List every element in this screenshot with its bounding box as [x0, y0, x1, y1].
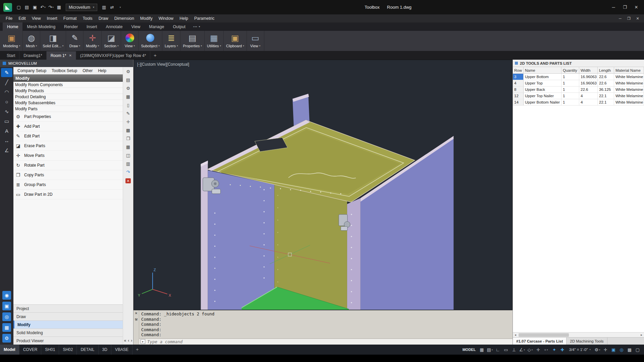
- annotation-autoscale-icon[interactable]: ✚: [558, 346, 566, 353]
- column-header-name[interactable]: Name: [524, 67, 561, 73]
- grid-icon[interactable]: ▦: [478, 346, 485, 353]
- isometric-drafting-icon[interactable]: ◇▾: [526, 346, 534, 353]
- hatch-icon[interactable]: ▩: [126, 128, 130, 133]
- accordion-draw[interactable]: Draw: [13, 312, 123, 320]
- layout-tab-sh01[interactable]: SH01: [41, 345, 59, 355]
- settings-icon[interactable]: ⚙: [126, 86, 130, 92]
- sidebar-item-draw-part-in-2d[interactable]: ▭ Draw Part in 2D: [13, 190, 123, 199]
- ribbon-tab-render[interactable]: Render: [60, 22, 82, 31]
- toolbar-more-icon[interactable]: ▾: [116, 3, 124, 11]
- sidebar-item-modify-parts[interactable]: Modify Parts: [13, 106, 123, 112]
- space-label[interactable]: MODEL: [463, 348, 476, 352]
- menu-draw[interactable]: Draw: [96, 14, 111, 22]
- scrollbar-track[interactable]: [518, 333, 639, 337]
- sidebar-item-erase-parts[interactable]: ◪ Erase Parts: [13, 141, 123, 151]
- sidebar-menu-other[interactable]: Other: [80, 68, 95, 73]
- ribbon-group-view-styles[interactable]: View▾: [121, 31, 139, 51]
- scroll-right-icon[interactable]: ▸: [639, 333, 644, 337]
- sidebar-item-part-properties[interactable]: ⚙ Part Properties: [13, 112, 123, 122]
- ribbon-group-properties[interactable]: Properties▾: [180, 31, 205, 51]
- quick-properties-icon[interactable]: ▣: [610, 346, 617, 353]
- command-history[interactable]: Command: _hideobjects 2 found Command: C…: [139, 310, 513, 339]
- ribbon-tab-annotate[interactable]: Annotate: [101, 22, 127, 31]
- sidebar-menu-company-setup[interactable]: Company Setup: [15, 68, 49, 73]
- ribbon-group-modeling[interactable]: Modeling▾: [1, 31, 23, 51]
- doc-tab-upper-top-row[interactable]: (239MQ59VXXFF)Upper Top Row 4*: [76, 51, 151, 60]
- polar-tracking-icon[interactable]: ∠▾: [518, 346, 526, 353]
- sidebar-item-modify-room-components[interactable]: Modify Room Components: [13, 82, 123, 88]
- infer-constraints-icon[interactable]: ∟: [494, 346, 501, 353]
- block-tile-icon[interactable]: ▣: [2, 302, 11, 310]
- ribbon-group-section[interactable]: Section▾: [102, 31, 121, 51]
- command-input[interactable]: [147, 339, 511, 344]
- sidebar-menu-toolbox-setup[interactable]: Toolbox Setup: [49, 68, 80, 73]
- parts-table-row[interactable]: 3 Upper Bottom 1 16.96063 22.6 White Mel…: [513, 74, 644, 80]
- row-number-cell[interactable]: 8: [513, 86, 524, 93]
- menu-view[interactable]: View: [29, 14, 44, 22]
- sidebar-menu-help[interactable]: Help: [95, 68, 109, 73]
- parts-table-row[interactable]: 14 Upper Bottom Nailer 1 4 22.1 White Me…: [513, 99, 644, 106]
- column-header-quantity[interactable]: Quantity: [561, 67, 579, 73]
- angle-tool-icon[interactable]: ∠: [1, 146, 12, 155]
- accordion-modify[interactable]: Modify: [13, 320, 123, 328]
- clipboard-icon[interactable]: ▤: [126, 78, 130, 83]
- line-tool-icon[interactable]: ╱: [1, 78, 12, 87]
- command-prompt-icon[interactable]: ▸: [141, 339, 145, 344]
- ribbon-group-view-window[interactable]: View▾: [247, 31, 264, 51]
- layout-tab-sh02[interactable]: SH02: [59, 345, 77, 355]
- circle-tool-icon[interactable]: ○: [1, 97, 12, 106]
- parts-horizontal-scrollbar[interactable]: ◂ ▸: [513, 332, 644, 337]
- viewport[interactable]: [-][Custom View][Conceptual]: [133, 60, 513, 310]
- column-header-row[interactable]: Row: [513, 67, 524, 73]
- scrollbar-thumb[interactable]: [519, 333, 569, 337]
- ribbon-group-layers[interactable]: Layers▾: [162, 31, 181, 51]
- table-icon[interactable]: ▦: [126, 95, 130, 100]
- rectangle-tool-icon[interactable]: ▭: [1, 117, 12, 126]
- grid-icon[interactable]: ▦: [126, 145, 130, 150]
- parts-table-row[interactable]: 8 Upper Back 1 22.6 36.125 White Melamin…: [513, 86, 644, 93]
- ribbon-group-mesh[interactable]: Mesh▾: [23, 31, 40, 51]
- object-snap-tracking-icon[interactable]: ✛: [534, 346, 542, 353]
- tab-carcase-parts-list[interactable]: #1.07 Carcase - Parts List: [513, 338, 567, 345]
- settings-gear-icon[interactable]: ⚙: [2, 334, 11, 343]
- move-icon[interactable]: ✛: [126, 120, 130, 125]
- new-tab-button[interactable]: ＋: [150, 51, 160, 60]
- workspace-dropdown[interactable]: Microvellum ▾: [66, 4, 97, 11]
- doc-close-button[interactable]: ✕: [633, 15, 642, 21]
- doc-restore-button[interactable]: ❐: [625, 15, 633, 21]
- restore-button[interactable]: ❐: [619, 3, 631, 12]
- doc-tab-start[interactable]: Start: [3, 51, 19, 60]
- ribbon-group-subobject[interactable]: Subobject▾: [139, 31, 162, 51]
- doc-tab-room1[interactable]: Room 1*✕: [47, 51, 76, 60]
- ribbon-group-solid-edit[interactable]: Solid Edit...▾: [40, 31, 66, 51]
- split-view-icon[interactable]: ◫: [126, 153, 130, 159]
- ribbon-group-utilities[interactable]: Utilities▾: [205, 31, 224, 51]
- sidebar-item-group-parts[interactable]: ≣ Group Parts: [13, 180, 123, 190]
- doc-tab-drawing1[interactable]: Drawing1*: [19, 51, 46, 60]
- parts-table-row[interactable]: 4 Upper Top 1 16.96063 22.6 White Melami…: [513, 80, 644, 86]
- layout-tab-detail[interactable]: DETAIL: [77, 345, 98, 355]
- menu-edit[interactable]: Edit: [15, 14, 29, 22]
- layout-tab-vbase[interactable]: VBASE: [111, 345, 132, 355]
- graphics-performance-icon[interactable]: ▩: [626, 346, 633, 353]
- isolate-objects-icon[interactable]: ◎: [618, 346, 625, 353]
- column-header-length[interactable]: Length: [598, 67, 614, 73]
- menu-format[interactable]: Format: [60, 14, 80, 22]
- new-layout-button[interactable]: ＋: [132, 345, 142, 355]
- sidebar-item-modify-subassemblies[interactable]: Modify Subassemblies: [13, 100, 123, 106]
- viewport-view-label[interactable]: [-][Custom View][Conceptual]: [137, 62, 189, 67]
- layout-tab-cover[interactable]: COVER: [19, 345, 42, 355]
- save-file-icon[interactable]: ▣: [31, 3, 39, 11]
- render-tile-icon[interactable]: ◉: [2, 291, 11, 300]
- menu-help[interactable]: Help: [176, 14, 191, 22]
- ribbon-group-modify[interactable]: Modify▾: [84, 31, 102, 51]
- close-icon[interactable]: ✕: [135, 312, 138, 315]
- dynamic-input-icon[interactable]: ▭: [502, 346, 509, 353]
- scroll-left-icon[interactable]: ◂: [513, 333, 518, 337]
- display-tile-icon[interactable]: ▦: [2, 323, 11, 332]
- ribbon-tab-mesh-modeling[interactable]: Mesh Modeling: [22, 22, 60, 31]
- camera-tile-icon[interactable]: ◎: [2, 312, 11, 321]
- accordion-project[interactable]: Project: [13, 304, 123, 312]
- menu-insert[interactable]: Insert: [44, 14, 60, 22]
- spline-tool-icon[interactable]: ∿: [1, 107, 12, 116]
